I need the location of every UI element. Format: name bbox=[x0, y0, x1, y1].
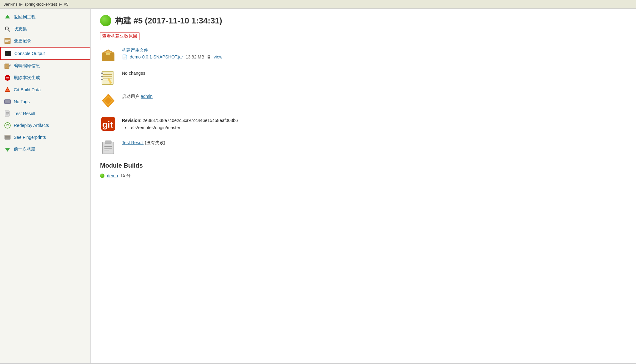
svg-line-2 bbox=[8, 30, 10, 32]
build-header: 构建 #5 (2017-11-10 1:34:31) bbox=[100, 15, 627, 26]
trigger-content: 启动用户 admin bbox=[122, 93, 627, 99]
tags-icon bbox=[4, 98, 11, 105]
svg-rect-35 bbox=[106, 53, 110, 55]
up-arrow-icon bbox=[4, 13, 11, 21]
revision-text: Revision: 2e3837538e740e2c5ca97cc446e154… bbox=[122, 117, 627, 124]
svg-marker-33 bbox=[5, 148, 10, 152]
redeploy-icon bbox=[4, 122, 11, 129]
artifact-icon bbox=[100, 46, 116, 63]
module-duration: 15 分 bbox=[120, 173, 131, 179]
module-builds-heading: Module Builds bbox=[100, 162, 627, 169]
test-result-suffix: (没有失败) bbox=[145, 140, 165, 145]
search-icon bbox=[4, 25, 11, 33]
artifacts-content: 构建产生文件 📄 demo-0.0.1-SNAPSHOT.jar 13.82 M… bbox=[122, 46, 627, 59]
artifacts-heading-link[interactable]: 构建产生文件 bbox=[122, 48, 148, 53]
breadcrumb-project[interactable]: spring-docker-test bbox=[24, 2, 57, 7]
sidebar-item-no-tags[interactable]: No Tags bbox=[0, 96, 90, 108]
svg-rect-52 bbox=[105, 141, 111, 144]
revision-label: Revision bbox=[122, 118, 140, 123]
sidebar-item-console-output[interactable]: >_ Console Output bbox=[0, 47, 90, 60]
revision-ref-item: refs/remotes/origin/master bbox=[129, 125, 627, 130]
build-status-ball bbox=[100, 15, 111, 26]
svg-rect-5 bbox=[5, 40, 10, 41]
sidebar-item-see-fingerprints[interactable]: See Fingerprints bbox=[0, 131, 90, 143]
prev-icon bbox=[4, 145, 11, 153]
revision-section: git Revision: 2e3837538e740e2c5ca97cc446… bbox=[100, 116, 627, 132]
svg-rect-43 bbox=[101, 79, 103, 80]
test-result-link[interactable]: Test Result bbox=[122, 140, 144, 145]
svg-rect-41 bbox=[101, 73, 103, 74]
breadcrumb-build: #5 bbox=[64, 2, 68, 7]
fail-reason-link[interactable]: 查看构建失败原因 bbox=[100, 33, 627, 46]
svg-rect-4 bbox=[5, 39, 10, 39]
svg-point-27 bbox=[5, 123, 10, 128]
artifacts-section: 构建产生文件 📄 demo-0.0.1-SNAPSHOT.jar 13.82 M… bbox=[100, 46, 627, 63]
sidebar-item-edit-build-info[interactable]: 编辑编译信息 bbox=[0, 60, 90, 72]
file-icon: 📄 bbox=[122, 54, 127, 59]
console-icon: >_ bbox=[4, 50, 12, 57]
file-size: 13.82 MB bbox=[185, 54, 204, 59]
file-size-icon: 🖥 bbox=[207, 54, 211, 59]
sidebar: 返回到工程 状态集 变更记录 bbox=[0, 9, 91, 363]
sidebar-item-back-to-project[interactable]: 返回到工程 bbox=[0, 11, 90, 23]
svg-rect-42 bbox=[101, 76, 103, 77]
breadcrumb: Jenkins ▶ spring-docker-test ▶ #5 bbox=[0, 0, 636, 9]
test-result-icon bbox=[100, 139, 116, 155]
artifact-file-link[interactable]: demo-0.0.1-SNAPSHOT.jar bbox=[130, 54, 183, 59]
svg-text:>_: >_ bbox=[6, 52, 9, 55]
git-icon: git bbox=[100, 116, 116, 132]
trigger-section: 启动用户 admin bbox=[100, 93, 627, 109]
svg-text:git: git bbox=[102, 120, 113, 129]
changes-text: No changes. bbox=[122, 71, 147, 76]
svg-rect-10 bbox=[5, 64, 9, 69]
main-content: 构建 #5 (2017-11-10 1:34:31) 查看构建失败原因 bbox=[91, 9, 636, 363]
fingerprint-icon bbox=[4, 134, 11, 141]
changes-content: No changes. bbox=[122, 69, 627, 76]
sidebar-item-status[interactable]: 状态集 bbox=[0, 23, 90, 35]
sidebar-item-prev-build[interactable]: 前一次构建 bbox=[0, 143, 90, 155]
delete-icon bbox=[4, 74, 11, 82]
module-name-link[interactable]: demo bbox=[107, 173, 118, 178]
changes-icon bbox=[4, 37, 11, 45]
svg-point-1 bbox=[5, 27, 8, 30]
sidebar-item-delete-build[interactable]: 删除本次生成 bbox=[0, 72, 90, 84]
artifact-view-link[interactable]: view bbox=[214, 54, 222, 59]
test-result-section: Test Result (没有失败) bbox=[100, 139, 627, 155]
module-builds-section: Module Builds demo 15 分 bbox=[100, 162, 627, 179]
sidebar-item-redeploy-artifacts[interactable]: Redeploy Artifacts bbox=[0, 119, 90, 131]
sidebar-item-git-build-data[interactable]: Git Build Data bbox=[0, 84, 90, 96]
revision-refs: refs/remotes/origin/master bbox=[129, 125, 627, 130]
page-title: 构建 #5 (2017-11-10 1:34:31) bbox=[115, 15, 222, 26]
svg-rect-23 bbox=[5, 111, 9, 116]
notepad-icon bbox=[100, 69, 116, 86]
changes-section: No changes. bbox=[100, 69, 627, 86]
svg-rect-6 bbox=[5, 41, 8, 42]
git-data-icon bbox=[4, 86, 11, 94]
sidebar-item-test-result[interactable]: Test Result bbox=[0, 108, 90, 119]
test-icon bbox=[4, 110, 11, 117]
trigger-icon bbox=[100, 93, 116, 109]
trigger-user-link[interactable]: admin bbox=[141, 94, 153, 99]
breadcrumb-jenkins[interactable]: Jenkins bbox=[4, 2, 18, 7]
edit-icon bbox=[4, 62, 11, 70]
trigger-prefix: 启动用户 bbox=[122, 94, 139, 99]
sidebar-item-changes[interactable]: 变更记录 bbox=[0, 35, 90, 47]
revision-content: Revision: 2e3837538e740e2c5ca97cc446e154… bbox=[122, 116, 627, 130]
revision-hash: 2e3837538e740e2c5ca97cc446e15458eaf003b6 bbox=[143, 118, 238, 123]
module-status-dot bbox=[100, 174, 104, 178]
svg-marker-0 bbox=[5, 15, 10, 18]
test-result-content: Test Result (没有失败) bbox=[122, 139, 627, 146]
svg-rect-20 bbox=[5, 100, 10, 104]
module-row: demo 15 分 bbox=[100, 173, 627, 179]
